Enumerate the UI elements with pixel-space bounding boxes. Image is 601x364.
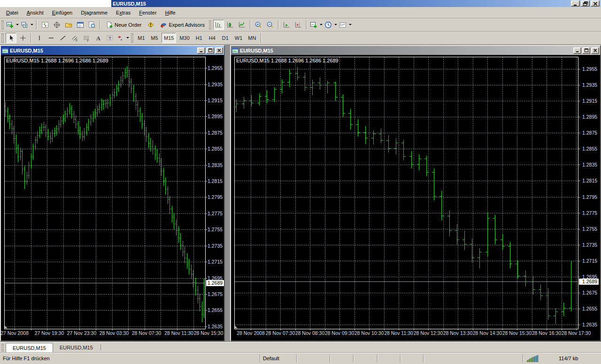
strategy-tester-button[interactable] xyxy=(86,20,97,30)
close-button[interactable] xyxy=(591,47,599,54)
minimize-button[interactable] xyxy=(573,47,581,54)
period-button-m1[interactable]: M1 xyxy=(135,33,147,43)
period-button-d1[interactable]: D1 xyxy=(219,33,231,43)
menu-item-fenster[interactable]: Fenster xyxy=(135,8,161,17)
period-button-m15[interactable]: M15 xyxy=(162,33,176,43)
periods-button[interactable] xyxy=(324,20,338,30)
close-button[interactable] xyxy=(591,0,600,7)
chart-window-titlebar[interactable]: EURUSD,M15 xyxy=(231,46,600,55)
maximize-button[interactable] xyxy=(206,47,214,54)
neue-order-button[interactable]: Neue Order xyxy=(103,20,144,30)
period-button-h4[interactable]: H4 xyxy=(206,33,218,43)
time-axis[interactable]: 27 Nov 200827 Nov 19:3027 Nov 23:3028 No… xyxy=(1,329,223,336)
statusbar-separator xyxy=(400,355,401,363)
navigator-button[interactable] xyxy=(63,20,74,30)
crosshair-button[interactable] xyxy=(17,33,28,43)
close-button[interactable] xyxy=(215,47,223,54)
menu-item-ansicht[interactable]: Ansicht xyxy=(23,8,48,17)
toolbar-grip[interactable] xyxy=(209,20,211,30)
menu-item-extras[interactable]: Extras xyxy=(112,8,135,17)
chart-candlesticks-button[interactable] xyxy=(225,20,236,30)
window-controls xyxy=(571,0,600,7)
expert-advisors-icon xyxy=(160,21,167,29)
tab-eurusd-m15-1[interactable]: EURUSD,M15 xyxy=(6,343,53,352)
status-profile[interactable]: Default xyxy=(263,356,279,361)
chart-window-titlebar[interactable]: EURUSD,M15 xyxy=(1,46,224,55)
status-traffic: 114/7 kb xyxy=(559,356,578,361)
tabbar-grip[interactable] xyxy=(1,344,4,351)
price-tick-label: 1.2855 xyxy=(582,146,597,152)
restore-button[interactable] xyxy=(581,0,590,7)
expert-advisors-button[interactable]: Expert Advisors xyxy=(157,20,207,30)
arrows-button[interactable] xyxy=(116,33,130,43)
price-tick-label: 1.2715 xyxy=(208,259,223,265)
time-axis[interactable]: 28 Nov 200828 Nov 07:3028 Nov 08:3028 No… xyxy=(237,329,591,336)
tab-eurusd-m15-2[interactable]: EURUSD,M15 xyxy=(53,343,100,352)
minimize-button[interactable] xyxy=(571,0,580,7)
new-chart-button[interactable] xyxy=(6,20,19,30)
templates-icon xyxy=(339,21,347,29)
zoom-out-button[interactable] xyxy=(265,20,276,30)
toolbar-separator xyxy=(278,20,279,30)
price-chart-left[interactable]: 1.29551.29351.29151.28951.28751.28551.28… xyxy=(1,55,224,341)
vline-icon xyxy=(36,34,43,42)
text-button[interactable]: A xyxy=(92,33,103,43)
equidistant-channel-button[interactable]: E xyxy=(69,33,80,43)
ohlc-info-text: EURUSD,M15 1.2688 1.2696 1.2686 1.2689 xyxy=(236,58,339,63)
profiles-button[interactable] xyxy=(20,20,34,30)
toolbar-grip[interactable] xyxy=(1,20,4,30)
period-button-h1[interactable]: H1 xyxy=(193,33,205,43)
maximize-button[interactable] xyxy=(582,47,590,54)
menu-item-datei[interactable]: Datei xyxy=(2,8,23,17)
metaeditor-button[interactable] xyxy=(145,20,156,30)
period-button-m30[interactable]: M30 xyxy=(177,33,192,43)
price-tick-label: 1.2935 xyxy=(582,82,597,88)
price-chart-right[interactable]: 1.29551.29351.29151.28951.28751.28551.28… xyxy=(231,55,600,341)
chart-bars-button[interactable] xyxy=(213,20,224,30)
vertical-line-button[interactable] xyxy=(34,33,45,43)
time-tick-label: 27 Nov 2008 xyxy=(1,330,29,336)
price-tick-label: 1.2655 xyxy=(582,306,597,311)
titlebar: EURUSD,M15 xyxy=(0,0,601,7)
trendline-icon xyxy=(59,34,67,42)
status-help-text: Für Hilfe F1 drücken xyxy=(3,356,50,361)
chart-shift-button[interactable] xyxy=(293,20,304,30)
trendline-button[interactable] xyxy=(57,33,68,43)
cursor-button[interactable] xyxy=(6,33,16,43)
navigator-icon xyxy=(65,21,72,29)
window-title: EURUSD,M15 xyxy=(111,1,146,7)
data-window-button[interactable] xyxy=(51,20,62,30)
menu-item-hilfe[interactable]: Hilfe xyxy=(161,8,180,17)
zoom-out-icon xyxy=(266,21,274,29)
menu-item-einfgen[interactable]: Einfügen xyxy=(48,8,77,17)
indicators-button[interactable] xyxy=(309,20,323,30)
fibonacci-retracement-button[interactable]: F xyxy=(81,33,92,43)
toolbar-grip[interactable] xyxy=(131,33,133,43)
horizontal-line-button[interactable] xyxy=(46,33,56,43)
period-button-w1[interactable]: W1 xyxy=(232,33,245,43)
period-button-mn[interactable]: MN xyxy=(246,33,258,43)
statusbar-separator xyxy=(260,355,261,363)
time-tick-label: 28 Nov 14:30 xyxy=(473,330,502,336)
minimize-button[interactable] xyxy=(197,47,205,54)
titlebar-blank-area xyxy=(0,0,111,7)
chart-client-area: 1.29551.29351.29151.28951.28751.28551.28… xyxy=(231,55,600,341)
periods-icon xyxy=(324,21,332,29)
zoom-in-button[interactable] xyxy=(253,20,264,30)
terminal-button[interactable] xyxy=(75,20,85,30)
price-tick-label: 1.2915 xyxy=(582,98,597,104)
price-tick-label: 1.2775 xyxy=(582,210,597,216)
dropdown-caret-icon xyxy=(334,24,337,25)
period-button-m5[interactable]: M5 xyxy=(148,33,161,43)
signal-bars-icon xyxy=(527,355,539,363)
menu-item-diagramme[interactable]: Diagramme xyxy=(77,8,112,17)
chart-line-icon xyxy=(238,21,246,29)
text-label-button[interactable]: T xyxy=(104,33,115,43)
chart-window-controls xyxy=(573,47,599,54)
chart-line-button[interactable] xyxy=(237,20,247,30)
toolbar-grip[interactable] xyxy=(1,33,4,43)
templates-button[interactable] xyxy=(339,20,352,30)
market-watch-button[interactable] xyxy=(39,20,50,30)
metatrader-window: EURUSD,M15 DateiAnsichtEinfügenDiagramme… xyxy=(0,0,601,364)
auto-scroll-button[interactable] xyxy=(281,20,292,30)
